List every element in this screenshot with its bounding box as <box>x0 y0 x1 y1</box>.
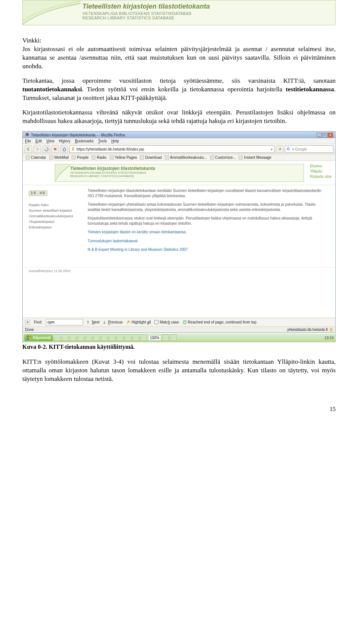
taskbar-item[interactable] <box>125 334 131 341</box>
find-input[interactable] <box>46 319 83 325</box>
taskbar-item[interactable] <box>132 334 139 341</box>
titlebar: Tieteellisten kirjastojen tilastotietoka… <box>23 132 335 138</box>
taskbar-item[interactable] <box>93 334 100 341</box>
svg-rect-7 <box>330 329 332 331</box>
close-button[interactable]: × <box>328 133 333 138</box>
taskbar-item[interactable] <box>101 334 108 341</box>
window-buttons: _ □ × <box>317 133 333 138</box>
page-icon <box>165 155 169 160</box>
bookmark-item[interactable]: Calendar <box>26 155 46 160</box>
menu-edit[interactable]: Edit <box>35 139 42 143</box>
hint-label: Vinkki: <box>22 37 336 45</box>
search-placeholder: Google <box>295 147 307 151</box>
highlight-all-button[interactable]: Highlight all <box>126 320 151 324</box>
page-banner: Tieteellisten kirjastojen tilastotietoka… <box>22 0 336 25</box>
url-box[interactable]: https://yhteistilasto.lib.helsinki.fi/in… <box>69 145 274 153</box>
svg-point-1 <box>26 133 28 136</box>
start-button[interactable]: Käynnistä <box>24 334 53 341</box>
figure-caption: Kuva 0-2. KITT-tietokannan käyttöliittym… <box>22 343 336 351</box>
viewport: Tieteellisten kirjastojen tilastotietoka… <box>23 161 335 318</box>
svg-text:G: G <box>287 147 290 151</box>
banner-swoosh <box>55 164 70 181</box>
taskbar: Käynnistä 100% 13:15 <box>22 334 336 342</box>
leftnav-item[interactable]: Suomen tieteelliset kirjastot <box>29 208 79 212</box>
back-button[interactable] <box>25 145 32 153</box>
clock: 13:15 <box>324 336 334 340</box>
menu-tools[interactable]: Tools <box>98 139 107 143</box>
minimize-button[interactable]: _ <box>317 133 322 138</box>
menu-view[interactable]: View <box>46 139 54 143</box>
search-box[interactable]: G ▾ Google <box>285 145 333 153</box>
taskbar-item[interactable] <box>85 334 92 341</box>
leftnav-item[interactable]: Yliopistokirjastot <box>29 220 79 224</box>
leftnav-item[interactable]: Ammattikorkeakoulukirjastot <box>29 214 79 218</box>
main-link-2[interactable]: Tunnuslukujen laskentakaavat <box>88 239 326 244</box>
menu-file[interactable]: File <box>25 139 31 143</box>
taskbar-item[interactable] <box>78 334 84 341</box>
forward-button[interactable] <box>34 145 41 153</box>
find-prev-button[interactable]: Previous <box>103 320 123 324</box>
taskbar-item[interactable] <box>140 334 147 341</box>
banner-title: Tieteellisten kirjastojen tilastotietoka… <box>82 3 330 10</box>
leftnav-item[interactable]: Erikoiskirjastot <box>29 225 79 229</box>
maximize-button[interactable]: □ <box>322 133 327 138</box>
stop-button[interactable] <box>51 145 59 153</box>
site-banner: Tieteellisten kirjastojen tilastotietoka… <box>55 164 304 182</box>
menu-history[interactable]: History <box>59 139 70 143</box>
main-link-1[interactable]: Yleisten kirjastojen tilastot on kerätty… <box>88 230 326 235</box>
lock-icon <box>329 328 333 332</box>
bookmark-item[interactable]: Radio <box>91 155 106 160</box>
find-bar: × Find: Next Previous Highlight all Matc… <box>23 318 335 326</box>
taskbar-item[interactable] <box>162 334 169 341</box>
browser-screenshot: Tieteellisten kirjastojen tilastotietoka… <box>22 131 336 333</box>
close-findbar-button[interactable]: × <box>25 320 30 325</box>
bookmark-item[interactable]: Instant Message <box>239 155 271 160</box>
hint-paragraph: Jos kirjastossasi ei ole automaattisesti… <box>22 45 336 71</box>
menu-help[interactable]: Help <box>111 139 119 143</box>
p2-b: tuotantotietokannaksi <box>22 86 82 93</box>
bookmark-item[interactable]: WebMail <box>49 155 69 160</box>
leftnav-item[interactable]: Rajattu haku <box>29 203 79 207</box>
reload-button[interactable] <box>43 145 50 153</box>
find-next-button[interactable]: Next <box>87 320 100 324</box>
links-paragraph: Kirjastotilastotietokannassa vihreänä nä… <box>22 108 336 126</box>
svg-rect-11 <box>29 338 31 340</box>
nav-etusivu[interactable]: Etusivu <box>310 164 332 168</box>
bookmark-item[interactable]: People <box>72 155 88 160</box>
page-icon <box>26 155 30 160</box>
bookmark-item[interactable]: Download <box>140 155 161 160</box>
svg-point-6 <box>183 321 186 324</box>
status-text: Done <box>25 328 34 332</box>
find-label: Find: <box>34 320 42 324</box>
bookmark-item[interactable]: Customize... <box>210 155 236 160</box>
go-button[interactable] <box>276 145 283 153</box>
taskbar-item[interactable] <box>170 334 177 341</box>
bookmark-item[interactable]: Ammattikorkeakoulu... <box>165 155 207 160</box>
taskbar-item[interactable] <box>109 334 116 341</box>
page-icon <box>140 155 144 160</box>
taskbar-item[interactable] <box>62 334 69 341</box>
match-case-checkbox[interactable]: Match case <box>154 320 179 324</box>
page-icon <box>91 155 95 160</box>
dropdown-icon[interactable]: ▾ <box>271 147 273 151</box>
visit-counter: 16 40 <box>29 190 47 196</box>
nav-kirjaudu[interactable]: Kirjaudu ulos <box>310 174 332 179</box>
p2-c: . Tiedon syöttöä voi ensin kokeilla ja t… <box>82 86 286 93</box>
menubar: File Edit View History Bookmarks Tools H… <box>23 138 335 144</box>
page-icon <box>210 155 214 160</box>
db-paragraph: Tietokantaa, jossa operoimme vuositilast… <box>22 77 336 102</box>
menu-bookmarks[interactable]: Bookmarks <box>75 139 94 143</box>
main-link-3[interactable]: N & B Expert Meeting in Library and Muse… <box>88 247 326 252</box>
find-status: Reached end of page, continued from top <box>183 320 257 324</box>
nav-yllapito[interactable]: Ylläpito <box>310 169 332 173</box>
google-icon: G <box>287 147 291 152</box>
page-number: 15 <box>22 406 336 413</box>
print-paragraph: KITT:n syöttölomakkeen (Kuvat 3-4) voi t… <box>22 358 336 383</box>
taskbar-item[interactable] <box>70 334 76 341</box>
bookmark-item[interactable]: Yellow Pages <box>110 155 137 160</box>
home-button[interactable] <box>60 145 68 153</box>
taskbar-item[interactable] <box>54 334 61 341</box>
taskbar-item[interactable] <box>117 334 123 341</box>
window-title: Tieteellisten kirjastojen tilastotietoka… <box>31 133 125 137</box>
banner-decoration <box>23 0 81 25</box>
